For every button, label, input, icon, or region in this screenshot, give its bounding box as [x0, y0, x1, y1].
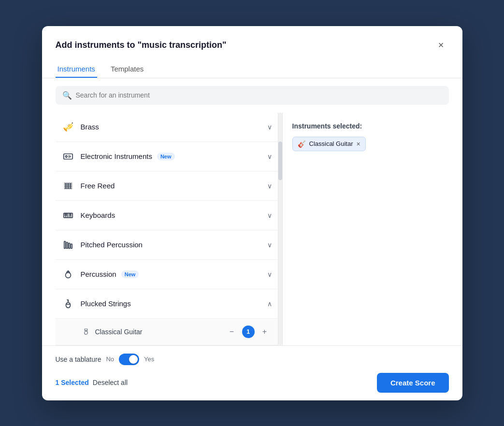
svg-point-16 — [65, 272, 71, 278]
freereed-label: Free Reed — [81, 182, 261, 190]
classical-guitar-label: Classical Guitar — [95, 328, 222, 336]
category-pitched-perc[interactable]: Pitched Percussion ∨ — [56, 230, 278, 260]
svg-rect-15 — [71, 244, 72, 248]
deselect-all-btn[interactable]: Deselect all — [93, 379, 128, 386]
toggle-knob — [129, 355, 138, 364]
pitched-perc-icon — [61, 238, 75, 252]
svg-rect-11 — [70, 213, 71, 216]
percussion-label: Percussion New — [81, 270, 261, 278]
close-button[interactable]: × — [433, 38, 449, 53]
category-brass[interactable]: 🎺 Brass ∨ — [56, 113, 278, 142]
selected-panel: Instruments selected: 🎸 Classical Guitar… — [283, 113, 449, 345]
qty-plus-btn[interactable]: + — [259, 326, 271, 338]
keyboards-label: Keyboards — [81, 211, 261, 219]
category-keyboards[interactable]: Keyboards ∨ — [56, 201, 278, 230]
chip-label: Classical Guitar — [309, 140, 353, 147]
qty-minus-btn[interactable]: − — [226, 326, 238, 338]
selected-chip-classical-guitar: 🎸 Classical Guitar × — [292, 137, 366, 151]
svg-rect-10 — [66, 213, 68, 216]
electronic-chevron: ∨ — [267, 153, 272, 160]
pitched-perc-chevron: ∨ — [267, 241, 272, 249]
modal-header: Add instruments to "music transcription"… — [42, 26, 462, 53]
close-icon: × — [438, 40, 444, 51]
electronic-icon — [61, 150, 75, 163]
instrument-list: 🎺 Brass ∨ Electronic — [56, 113, 278, 345]
svg-point-20 — [84, 331, 87, 334]
tab-bar: Instruments Templates — [42, 61, 462, 78]
classical-guitar-sub-icon — [81, 327, 91, 337]
plucked-icon — [61, 297, 75, 311]
tablature-row: Use a tablature No Yes — [56, 354, 449, 365]
tablature-label: Use a tablature — [56, 355, 101, 363]
footer-actions: 1 Selected Deselect all Create Score — [56, 373, 449, 393]
category-plucked[interactable]: Plucked Strings ∧ — [56, 289, 278, 319]
svg-rect-9 — [64, 213, 66, 216]
chip-guitar-icon: 🎸 — [298, 140, 306, 148]
tablature-toggle[interactable] — [119, 354, 139, 365]
selected-count: 1 Selected — [56, 379, 89, 386]
category-percussion[interactable]: Percussion New ∨ — [56, 260, 278, 289]
sub-item-classical-guitar: Classical Guitar − 1 + — [56, 319, 278, 345]
electronic-label: Electronic Instruments New — [81, 152, 261, 160]
qty-badge: 1 — [242, 326, 255, 338]
electronic-new-badge: New — [157, 153, 175, 160]
create-score-button[interactable]: Create Score — [377, 373, 449, 393]
search-bar: 🔍 — [56, 86, 449, 105]
svg-rect-13 — [66, 242, 68, 248]
brass-chevron: ∨ — [267, 123, 272, 131]
category-freereed[interactable]: Free Reed ∨ — [56, 171, 278, 201]
chip-close-btn[interactable]: × — [357, 141, 360, 147]
tab-templates[interactable]: Templates — [109, 61, 145, 78]
svg-rect-0 — [63, 154, 72, 159]
selection-info: 1 Selected Deselect all — [56, 379, 128, 386]
brass-icon: 🎺 — [61, 120, 75, 134]
percussion-icon — [61, 268, 75, 281]
tab-instruments[interactable]: Instruments — [56, 61, 97, 78]
search-input[interactable] — [76, 91, 442, 99]
selected-panel-title: Instruments selected: — [292, 122, 439, 130]
quantity-controls: − 1 + — [226, 326, 271, 338]
search-icon: 🔍 — [62, 91, 72, 100]
svg-point-18 — [66, 302, 70, 308]
toggle-no-label: No — [106, 355, 114, 363]
freereed-chevron: ∨ — [267, 182, 272, 190]
plucked-chevron: ∧ — [267, 300, 272, 308]
modal-title: Add instruments to "music transcription" — [56, 40, 227, 50]
scrollbar[interactable] — [278, 113, 282, 345]
scrollbar-thumb — [278, 142, 282, 180]
svg-point-1 — [65, 156, 67, 157]
percussion-chevron: ∨ — [267, 270, 272, 278]
keyboards-chevron: ∨ — [267, 212, 272, 219]
svg-rect-14 — [68, 243, 70, 248]
modal-dialog: Add instruments to "music transcription"… — [42, 26, 462, 400]
freereed-icon — [61, 179, 75, 193]
modal-footer: Use a tablature No Yes 1 Selected Desele… — [42, 345, 462, 400]
svg-rect-12 — [64, 241, 65, 248]
percussion-new-badge: New — [121, 270, 139, 278]
category-electronic[interactable]: Electronic Instruments New ∨ — [56, 142, 278, 171]
pitched-perc-label: Pitched Percussion — [81, 241, 261, 249]
plucked-label: Plucked Strings — [81, 299, 261, 308]
brass-label: Brass — [81, 123, 261, 131]
modal-body: 🎺 Brass ∨ Electronic — [42, 113, 462, 345]
toggle-yes-label: Yes — [144, 355, 154, 363]
keyboards-icon — [61, 209, 75, 222]
